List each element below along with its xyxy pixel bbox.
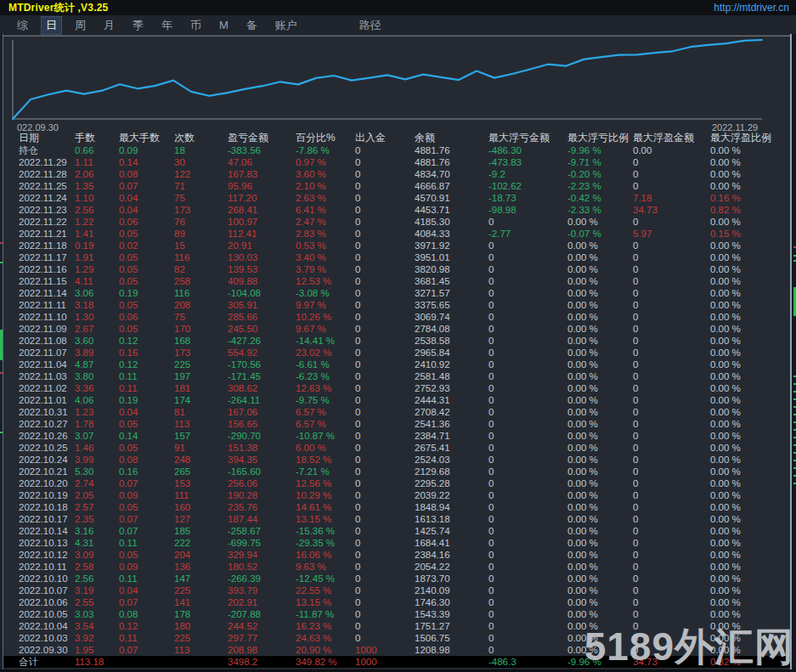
table-row[interactable]: 2022.10.102.560.11147-266.39-12.45 %0187…: [3, 573, 790, 584]
col-balance: 2129.68: [415, 466, 488, 477]
col-date: 2022.11.24: [19, 192, 75, 204]
table-row[interactable]: 2022.11.211.410.0589112.412.83 %04084.33…: [3, 228, 790, 240]
col-pnl: 297.77: [228, 632, 296, 644]
table-row[interactable]: 2022.11.083.600.12168-427.26-14.41 %0253…: [3, 335, 790, 347]
tab-weekly[interactable]: 周: [70, 16, 91, 35]
col-lots: 1.78: [75, 418, 119, 430]
col-pnl: 180.52: [228, 561, 296, 573]
col-max-lots: 0.12: [119, 620, 174, 632]
table-row[interactable]: 2022.10.243.990.08248394.3518.52 %02524.…: [3, 454, 790, 466]
col-balance: 4570.91: [415, 192, 488, 204]
table-row[interactable]: 2022.11.180.190.021520.910.53 %03971.920…: [3, 240, 790, 251]
tab-yearly[interactable]: 年: [156, 16, 178, 35]
table-row[interactable]: 2022.10.143.160.07185-258.67-15.36 %0142…: [3, 525, 790, 537]
col-balance: 2675.41: [415, 442, 488, 454]
table-row[interactable]: 2022.11.154.110.05258409.8812.53 %03681.…: [3, 275, 790, 287]
col-balance: 2295.28: [415, 477, 488, 489]
col-max-float-profit-pct: 0.00 %: [710, 442, 778, 454]
table-row[interactable]: 2022.10.251.460.0591151.386.00 %02675.41…: [3, 442, 790, 454]
col-pnl: 112.41: [228, 228, 296, 240]
table-row[interactable]: 2022.11.143.060.19116-104.08-3.08 %03271…: [3, 287, 790, 299]
table-row[interactable]: 2022.10.311.230.0481167.066.57 %02708.42…: [3, 406, 790, 418]
col-pct: 20.90 %: [296, 644, 355, 656]
col-max-float-profit-pct: 0.00 %: [710, 430, 778, 442]
col-pct: 14.61 %: [296, 501, 355, 513]
table-row[interactable]: 2022.10.182.570.05160235.7614.61 %01848.…: [3, 501, 790, 513]
table-row[interactable]: 2022.10.123.090.05204329.9416.06 %02384.…: [3, 549, 790, 561]
menu-path[interactable]: 路径: [354, 16, 387, 35]
col-cash-flow: 0: [355, 561, 415, 573]
table-row[interactable]: 2022.10.033.920.11225297.7724.63 %01506.…: [3, 632, 790, 644]
col-trades: 122: [174, 168, 228, 180]
header-col-date: 日期: [19, 132, 75, 144]
col-max-float-loss: 0: [488, 406, 567, 418]
table-row[interactable]: 2022.11.221.220.0676100.972.47 %04185.30…: [3, 216, 790, 228]
col-pnl: -165.60: [228, 466, 296, 477]
table-row[interactable]: 2022.11.044.870.12225-170.56-6.61 %02410…: [3, 359, 790, 370]
col-max-lots: 0.07: [119, 513, 174, 525]
col-max-float-profit: 0: [633, 573, 710, 584]
tab-daily[interactable]: 日: [41, 16, 62, 35]
col-max-float-loss: 0: [488, 596, 567, 608]
table-row[interactable]: 2022.10.073.190.04225393.7922.55 %02140.…: [3, 584, 790, 596]
table-row[interactable]: 2022.10.053.030.08178-207.88-11.87 %0154…: [3, 608, 790, 620]
table-row[interactable]: 2022.11.251.350.077195.962.10 %04666.87-…: [3, 180, 790, 192]
table-row[interactable]: 2022.11.101.300.0675285.6610.26 %03069.7…: [3, 311, 790, 323]
col-lots: 2.74: [75, 477, 119, 489]
tab-monthly[interactable]: 月: [99, 16, 120, 35]
table-row[interactable]: 2022.11.161.290.0582139.533.79 %03820.98…: [3, 263, 790, 275]
table-row[interactable]: 2022.10.112.580.09136180.529.63 %02054.2…: [3, 561, 790, 573]
col-balance: 2054.22: [415, 561, 488, 573]
tab-m[interactable]: M: [214, 17, 234, 33]
col-lots: 2.35: [75, 513, 119, 525]
table-total-row[interactable]: 合计113.183498.2349.82 %1000-486.3-9.96 %3…: [3, 656, 790, 668]
tab-backup[interactable]: 备: [241, 16, 263, 35]
col-date: 2022.10.05: [19, 608, 75, 620]
col-max-float-loss-pct: -2.33 %: [567, 204, 633, 216]
table-row[interactable]: 2022.11.282.060.08122167.833.60 %04834.7…: [3, 168, 790, 180]
table-row[interactable]: 持仓0.660.0918-383.56-7.86 %04881.76-486.3…: [3, 144, 790, 156]
table-row[interactable]: 2022.10.172.350.07127187.4413.15 %01613.…: [3, 513, 790, 525]
table-row[interactable]: 2022.11.232.560.04173268.416.41 %04453.7…: [3, 204, 790, 216]
tab-quarterly[interactable]: 季: [127, 16, 149, 35]
col-max-float-profit: 0: [633, 335, 710, 347]
col-balance: 3069.74: [415, 311, 488, 323]
table-row[interactable]: 2022.11.014.060.19174-264.11-9.75 %02444…: [3, 394, 790, 406]
table-row[interactable]: 2022.11.241.100.0475117.202.63 %04570.91…: [3, 192, 790, 204]
tab-currency[interactable]: 币: [185, 16, 206, 35]
table-row[interactable]: 2022.11.033.800.11197-171.45-6.23 %02581…: [3, 370, 790, 382]
table-row[interactable]: 2022.11.113.180.05208305.919.97 %03375.6…: [3, 299, 790, 311]
table-row[interactable]: 2022.11.171.910.05116130.033.40 %03951.0…: [3, 251, 790, 263]
table-row[interactable]: 2022.10.202.740.07153256.0612.56 %02295.…: [3, 477, 790, 489]
table-row[interactable]: 2022.10.263.070.14157-290.70-10.87 %0238…: [3, 430, 790, 442]
table-row[interactable]: 2022.10.271.780.05113156.656.57 %02541.3…: [3, 418, 790, 430]
col-max-float-loss-pct: -9.71 %: [567, 156, 633, 168]
col-cash-flow: 0: [355, 216, 415, 228]
tab-overview[interactable]: 综: [12, 16, 33, 35]
col-date: 2022.11.17: [19, 251, 75, 263]
app-url-link[interactable]: http://mtdriver.cn: [714, 2, 789, 14]
col-date: 2022.10.25: [19, 442, 75, 454]
col-lots: 3.18: [75, 299, 119, 311]
tab-account[interactable]: 账户: [270, 16, 302, 35]
header-col-max-float-profit-pct: 最大浮盈比例: [710, 132, 778, 144]
table-row[interactable]: 2022.11.073.890.16173554.9223.02 %02965.…: [3, 347, 790, 359]
table-row[interactable]: 2022.11.023.360.11181308.6212.63 %02752.…: [3, 382, 790, 394]
table-row[interactable]: 2022.10.192.050.09111190.2810.29 %02039.…: [3, 489, 790, 501]
col-trades: 178: [174, 608, 228, 620]
table-row[interactable]: 2022.10.215.300.16265-165.60-7.21 %02129…: [3, 466, 790, 477]
table-row[interactable]: 2022.11.291.110.143047.060.97 %04881.76-…: [3, 156, 790, 168]
col-date: 2022.11.03: [19, 370, 75, 382]
table-row[interactable]: 2022.10.062.550.07141202.9113.15 %01746.…: [3, 596, 790, 608]
col-max-lots: 0.05: [119, 275, 174, 287]
col-pct: -10.87 %: [296, 430, 355, 442]
col-max-float-loss-pct: 0.00 %: [567, 513, 633, 525]
col-max-float-profit: 0: [633, 489, 710, 501]
col-max-float-profit-pct: 0.00 %: [710, 216, 778, 228]
col-balance: 4084.33: [415, 228, 488, 240]
table-row[interactable]: 2022.11.092.670.05170245.509.67 %02784.0…: [3, 323, 790, 335]
table-row[interactable]: 2022.10.134.310.11222-699.75-29.35 %0168…: [3, 537, 790, 549]
col-trades: 76: [174, 216, 228, 228]
table-row[interactable]: 2022.10.043.540.12180244.5216.23 %01751.…: [3, 620, 790, 632]
table-row[interactable]: 2022.09.301.950.07113208.9820.90 %100012…: [3, 644, 790, 656]
